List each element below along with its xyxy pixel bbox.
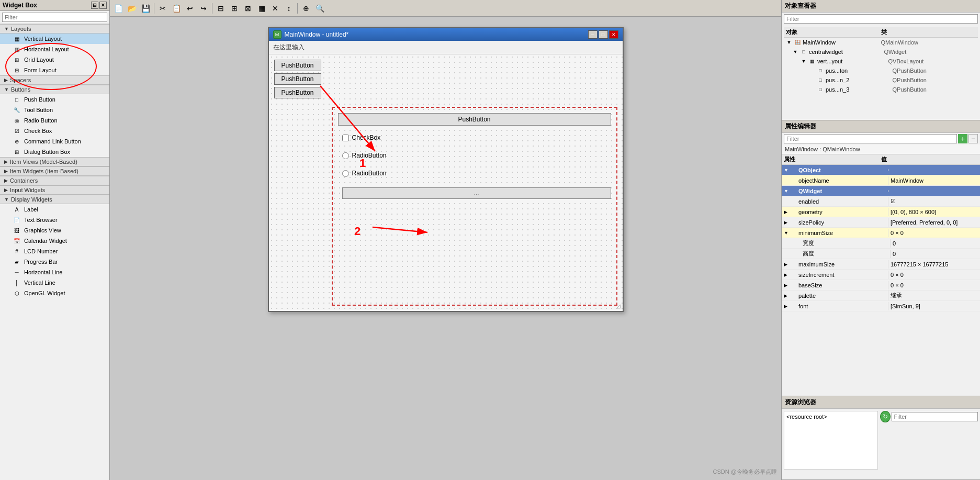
widget-item-push-button[interactable]: □ Push Button (0, 94, 109, 105)
widget-item-form-layout[interactable]: ⊟ Form Layout (0, 65, 109, 75)
widget-item-label[interactable]: A Label (0, 204, 109, 215)
toolbar-hlayout-btn[interactable]: ⊟ (215, 2, 227, 15)
widget-item-vertical-line[interactable]: │ Vertical Line (0, 277, 109, 288)
window-content[interactable]: PushButton PushButton PushButton PushBut… (269, 54, 623, 311)
resource-filter-input[interactable] (892, 412, 978, 421)
prop-row-maxsize[interactable]: ▶ maximumSize 16777215 × 16777215 (782, 259, 980, 270)
sizeincrement-expand[interactable]: ▶ (784, 272, 790, 277)
resource-refresh-btn[interactable]: ↻ (880, 411, 891, 422)
prop-row-enabled[interactable]: enabled ☑ (782, 196, 980, 207)
window-close-btn[interactable]: ✕ (609, 30, 618, 39)
props-filter-input[interactable] (784, 134, 957, 143)
tree-row-mainwindow[interactable]: ▼ 🪟 MainWindow QMainWindow (784, 38, 978, 47)
push-button-3[interactable]: PushButton (274, 87, 321, 98)
widget-item-horizontal-layout[interactable]: ▥ Horizontal Layout (0, 44, 109, 54)
prop-row-height[interactable]: 高度 0 (782, 249, 980, 259)
props-area: 属性 值 ▼ QObject objectName MainWindow ▼ Q… (782, 154, 980, 396)
window-minimize-btn[interactable]: ─ (588, 30, 598, 39)
resize-handle[interactable]: ◿ (616, 303, 621, 309)
widget-item-horizontal-line[interactable]: ─ Horizontal Line (0, 267, 109, 277)
widget-item-tool-button[interactable]: 🔧 Tool Button (0, 105, 109, 115)
vertical-layout-label: Vertical Layout (24, 36, 62, 42)
category-buttons[interactable]: ▼ Buttons (0, 85, 109, 94)
prop-row-sizepolicy[interactable]: ▶ sizePolicy [Preferred, Preferred, 0, 0… (782, 217, 980, 228)
widget-item-graphics-view[interactable]: 🖼 Graphics View (0, 225, 109, 236)
prop-row-minsize[interactable]: ▼ minimumSize 0 × 0 (782, 228, 980, 238)
qwidget-expand[interactable]: ▼ (784, 188, 790, 194)
widget-item-check-box[interactable]: ☑ Check Box (0, 126, 109, 136)
prop-row-basesize[interactable]: ▶ baseSize 0 × 0 (782, 280, 980, 291)
push-button-2[interactable]: PushButton (274, 73, 321, 85)
widget-item-grid-layout[interactable]: ⊞ Grid Layout (0, 54, 109, 65)
widget-item-calendar[interactable]: 📅 Calendar Widget (0, 236, 109, 246)
checkbox-widget[interactable] (342, 135, 349, 141)
category-layouts[interactable]: ▼ Layouts (0, 24, 109, 34)
prop-row-geometry[interactable]: ▶ geometry [(0, 0), 800 × 600] (782, 207, 980, 217)
prop-row-sizeincrement[interactable]: ▶ sizeIncrement 0 × 0 (782, 270, 980, 280)
widget-item-progress-bar[interactable]: ▰ Progress Bar (0, 256, 109, 267)
widget-box-close-btn[interactable]: ✕ (99, 2, 107, 9)
toolbar-redo-btn[interactable]: 📋 (170, 2, 183, 15)
maxsize-expand[interactable]: ▶ (784, 262, 790, 267)
category-display-widgets[interactable]: ▼ Display Widgets (0, 195, 109, 204)
tree-row-pushbtn3[interactable]: □ pus...n_3 QPushButton (784, 85, 978, 94)
tree-row-centralwidget[interactable]: ▼ □ centralwidget QWidget (784, 47, 978, 57)
object-inspector-filter-input[interactable] (784, 14, 978, 24)
widget-item-command-link[interactable]: ⊕ Command Link Button (0, 136, 109, 147)
category-item-views[interactable]: ▶ Item Views (Model-Based) (0, 157, 109, 166)
tree-row-pushbtn2[interactable]: □ pus...n_2 QPushButton (784, 75, 978, 85)
widget-item-lcd-number[interactable]: # LCD Number (0, 246, 109, 256)
toolbar-adjust-btn[interactable]: ↕ (283, 2, 295, 15)
prop-qobject-name: QObject (790, 166, 888, 174)
category-spacers[interactable]: ▶ Spacers (0, 75, 109, 85)
props-add-btn[interactable]: + (958, 134, 967, 143)
tree-row-pushbtn1[interactable]: □ pus...ton QPushButton (784, 66, 978, 75)
widget-box-float-btn[interactable]: ⊟ (91, 2, 98, 9)
props-minus-btn[interactable]: − (968, 134, 978, 143)
sizepolicy-expand[interactable]: ▶ (784, 220, 790, 225)
toolbar-vlayout-btn[interactable]: ⊞ (228, 2, 241, 15)
category-item-widgets[interactable]: ▶ Item Widgets (Item-Based) (0, 166, 109, 176)
basesize-expand[interactable]: ▶ (784, 283, 790, 288)
toolbar-flayout-btn[interactable]: ▦ (255, 2, 268, 15)
minsize-expand[interactable]: ▼ (784, 230, 790, 236)
widget-item-text-browser[interactable]: 📄 Text Browser (0, 215, 109, 225)
category-input-widgets[interactable]: ▶ Input Widgets (0, 185, 109, 195)
prop-row-objectname[interactable]: objectName MainWindow (782, 175, 980, 186)
prop-row-width[interactable]: 宽度 0 (782, 238, 980, 249)
widget-item-opengl[interactable]: ⬡ OpenGL Widget (0, 288, 109, 298)
qobject-expand[interactable]: ▼ (784, 168, 790, 173)
tree-expand-centralwidget[interactable]: ▼ (792, 49, 798, 55)
radio-button-label: Radio Button (24, 117, 58, 124)
tree-row-vertlayout[interactable]: ▼ ▦ vert...yout QVBoxLayout (784, 57, 978, 66)
window-maximize-btn[interactable]: □ (599, 30, 608, 39)
toolbar-glayout-btn[interactable]: ⊠ (242, 2, 254, 15)
toolbar-open-btn[interactable]: 📂 (126, 2, 138, 15)
inner-push-button[interactable]: PushButton (338, 113, 611, 126)
toolbar-break-btn[interactable]: ✕ (269, 2, 281, 15)
prop-row-palette[interactable]: ▶ palette 继承 (782, 291, 980, 301)
radio-button-1[interactable] (342, 152, 349, 159)
dots-button[interactable]: ... (342, 187, 611, 199)
category-containers[interactable]: ▶ Containers (0, 176, 109, 185)
widget-item-radio-button[interactable]: ◎ Radio Button (0, 115, 109, 126)
tree-expand-vertlayout[interactable]: ▼ (801, 58, 807, 64)
widget-item-dialog-button-box[interactable]: ⊞ Dialog Button Box (0, 147, 109, 157)
toolbar-undo-btn[interactable]: ✂ (156, 2, 169, 15)
prop-row-font[interactable]: ▶ font [SimSun, 9] (782, 301, 980, 311)
toolbar-save-btn[interactable]: 💾 (139, 2, 152, 15)
font-expand[interactable]: ▶ (784, 304, 790, 309)
push-button-1[interactable]: PushButton (274, 60, 321, 71)
tree-expand-mainwindow[interactable]: ▼ (786, 39, 792, 46)
widget-item-vertical-layout[interactable]: ▦ Vertical Layout (0, 34, 109, 44)
toolbar-preview-btn[interactable]: 🔍 (313, 2, 326, 15)
geometry-expand[interactable]: ▶ (784, 209, 790, 215)
toolbar-new-btn[interactable]: 📄 (112, 2, 125, 15)
palette-expand[interactable]: ▶ (784, 293, 790, 298)
tree-header-class: 类 (881, 28, 976, 36)
radio-button-2[interactable] (342, 170, 349, 177)
toolbar-tab-btn[interactable]: ⊕ (300, 2, 312, 15)
widget-box-filter-input[interactable] (2, 13, 107, 22)
toolbar-cut-btn[interactable]: ↩ (184, 2, 196, 15)
toolbar-copy-btn[interactable]: ↪ (197, 2, 210, 15)
